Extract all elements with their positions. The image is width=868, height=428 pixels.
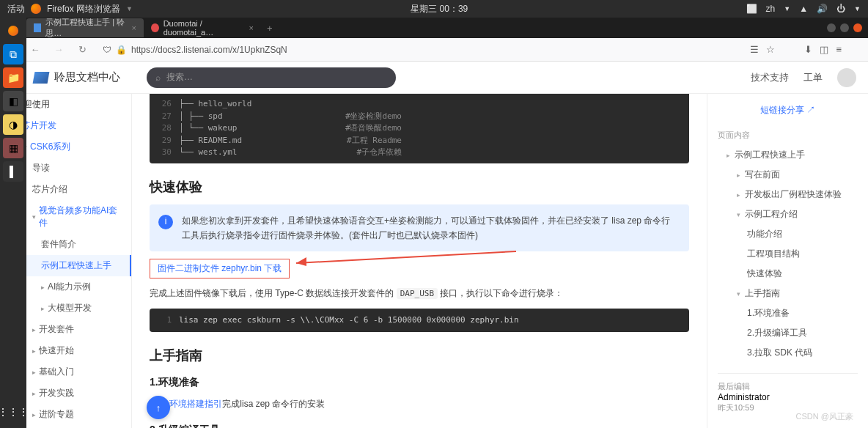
download-icon[interactable]: ⬇ (804, 44, 812, 55)
reader-icon[interactable]: ☰ (750, 44, 759, 55)
dock-terminal[interactable]: ▌ (3, 161, 23, 182)
dock-app3[interactable]: ▦ (3, 138, 23, 158)
info-callout: i 如果您初次拿到开发套件，且希望快速体验语音交互+坐姿检测能力，可以通过下载体… (150, 204, 689, 252)
toc-item[interactable]: 功能介绍 (718, 224, 858, 244)
site-title: 聆思文档中心 (54, 70, 120, 84)
power-icon[interactable]: ⏻ (836, 4, 845, 14)
heading-upgrade: 2.升级编译工具 (150, 424, 689, 428)
avatar[interactable] (837, 68, 856, 87)
heading-quick: 快速体验 (150, 178, 689, 196)
heading-env: 1.环境准备 (150, 376, 689, 389)
dock: ⧉ 📁 ◧ ◑ ▦ ▌ ⋮⋮⋮ (0, 18, 26, 428)
svg-marker-1 (296, 257, 306, 266)
toc-item[interactable]: 3.拉取 SDK 代码 (718, 343, 858, 363)
close-icon[interactable]: × (249, 23, 254, 32)
app-menu[interactable]: Firefox 网络浏览器 (47, 3, 120, 15)
shield-icon: 🛡 (103, 45, 111, 55)
back-button[interactable]: ← (26, 41, 44, 59)
bookmark-icon[interactable]: ☆ (766, 44, 775, 55)
svg-line-0 (296, 251, 516, 263)
dock-vscode[interactable]: ⧉ (3, 44, 23, 64)
reload-button[interactable]: ↻ (73, 41, 91, 59)
toc-item[interactable]: 快速体验 (718, 264, 858, 284)
site-logo[interactable]: 聆思文档中心 (34, 70, 120, 84)
activities-button[interactable]: 活动 (7, 3, 25, 15)
paragraph-after-download: 完成上述固件镜像下载后，使用 Type-C 数据线连接开发套件的 DAP_USB… (150, 286, 689, 301)
gnome-top-bar: 活动 Firefox 网络浏览器 ▼ 星期三 00：39 ⬜ zh ▼ ▲ 🔊 … (0, 0, 868, 18)
close-window-button[interactable] (853, 23, 862, 32)
minimize-button[interactable] (827, 23, 836, 32)
maximize-button[interactable] (840, 23, 849, 32)
info-icon: i (158, 215, 173, 229)
forward-button[interactable]: → (50, 41, 67, 59)
toc-item[interactable]: ▸写在前面 (718, 165, 858, 185)
site-header: 聆思文档中心 ⌕ 搜索… 技术支持 工单 (0, 62, 868, 94)
toc-item[interactable]: 工程项目结构 (718, 244, 858, 264)
browser-toolbar: ← → ↻ 🛡 🔒 https://docs2.listenai.com/x/1… (0, 38, 868, 62)
logo-icon (33, 72, 50, 84)
toc-item[interactable]: 1.环境准备 (718, 303, 858, 323)
table-of-contents: 短链接分享 ↗ 页面内容 ▸示例工程快速上手 ▸写在前面 ▸开发板出厂例程快速体… (707, 94, 868, 428)
browser-tab-bar: 示例工程快速上手 | 聆思… × Duomotai / duomotai_a… … (0, 18, 868, 38)
search-input[interactable]: ⌕ 搜索… (147, 67, 396, 88)
clock[interactable]: 星期三 00：39 (133, 3, 746, 15)
nav-ticket[interactable]: 工单 (803, 71, 823, 84)
close-icon[interactable]: × (132, 23, 136, 32)
nav-support[interactable]: 技术支持 (751, 71, 789, 84)
dock-app1[interactable]: ◧ (3, 91, 23, 111)
download-link-boxed: 固件二进制文件 zephyr.bin 下载 (150, 259, 290, 278)
dock-files[interactable]: 📁 (3, 67, 23, 88)
code-command: 1lisa zep exec cskburn -s \\.\COMxx -C 6… (150, 309, 689, 333)
watermark: CSDN @风正豪 (796, 411, 853, 422)
toc-item[interactable]: 2.升级编译工具 (718, 323, 858, 343)
paragraph-env: 根据 环境搭建指引完成lisa zep 命令行的安装 (150, 396, 689, 411)
address-bar[interactable]: 🛡 🔒 https://docs2.listenai.com/x/1UpknZS… (97, 41, 744, 59)
tab-favicon-icon (151, 23, 159, 32)
lock-icon: 🔒 (116, 45, 127, 55)
search-icon: ⌕ (155, 73, 161, 83)
toc-item[interactable]: ▾上手指南 (718, 284, 858, 303)
toc-item[interactable]: ▾示例工程介绍 (718, 204, 858, 224)
scroll-top-button[interactable]: ↑ (147, 396, 170, 419)
code-tree: 26├── hello_world 27│ ├── spd#坐姿检测demo 2… (150, 94, 689, 163)
lang-indicator[interactable]: zh (766, 4, 776, 14)
last-edit-info: 最后编辑 Administrator 昨天10:59 (718, 373, 858, 413)
firefox-icon (31, 4, 41, 14)
new-tab-button[interactable]: + (261, 23, 279, 34)
tab-favicon-icon (34, 23, 41, 32)
volume-icon[interactable]: 🔊 (817, 4, 828, 14)
extension-icon[interactable]: ◫ (820, 44, 828, 55)
dock-apps[interactable]: ⋮⋮⋮ (3, 402, 23, 422)
browser-tab-1[interactable]: 示例工程快速上手 | 聆思… × (26, 18, 144, 37)
dock-app2[interactable]: ◑ (3, 114, 23, 135)
link-env-setup[interactable]: 环境搭建指引 (169, 399, 222, 409)
tab-title: Duomotai / duomotai_a… (163, 19, 245, 37)
screen-record-icon[interactable]: ⬜ (746, 4, 757, 14)
url-text: https://docs2.listenai.com/x/1UpknZSqN (131, 45, 287, 55)
toc-item[interactable]: ▸示例工程快速上手 (718, 145, 858, 165)
annotation-arrow (296, 248, 516, 270)
tab-title: 示例工程快速上手 | 聆思… (45, 17, 127, 39)
search-placeholder: 搜索… (166, 71, 193, 84)
main-content: 26├── hello_world 27│ ├── spd#坐姿检测demo 2… (132, 94, 707, 428)
heading-guide: 上手指南 (150, 347, 689, 364)
download-link[interactable]: 固件二进制文件 zephyr.bin 下载 (158, 263, 282, 273)
toc-item[interactable]: ▸开发板出厂例程快速体验 (718, 185, 858, 204)
share-link[interactable]: 短链接分享 ↗ (718, 101, 858, 124)
browser-tab-2[interactable]: Duomotai / duomotai_a… × (144, 18, 261, 37)
dock-firefox[interactable] (3, 21, 23, 41)
menu-icon[interactable]: ≡ (836, 44, 842, 55)
network-icon[interactable]: ▲ (799, 4, 808, 14)
toc-title: 页面内容 (718, 130, 858, 141)
